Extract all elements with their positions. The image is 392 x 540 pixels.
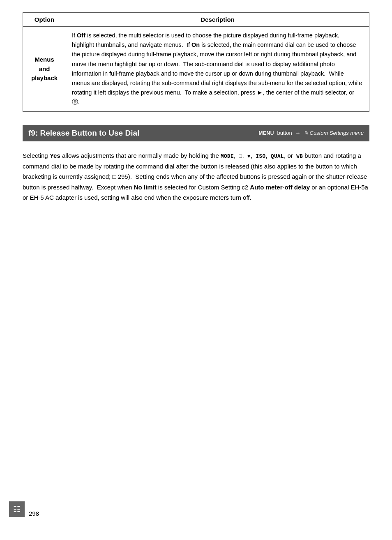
flash-button-label: ▼ bbox=[247, 154, 251, 159]
ev-button-label: □ bbox=[239, 154, 242, 159]
section-title: f9: Release Button to Use Dial bbox=[28, 129, 139, 138]
menu-button-text: button bbox=[276, 130, 292, 136]
table-header-option: Option bbox=[23, 13, 66, 27]
iso-button-label: ISO bbox=[256, 154, 266, 159]
page-container: Option Description Menusandplayback If O… bbox=[0, 0, 392, 233]
mode-button-label: MODE bbox=[221, 154, 234, 159]
description-cell-menus: If Off is selected, the multi selector i… bbox=[66, 27, 369, 112]
section-menu-ref: MENU button → ✎ Custom Settings menu bbox=[148, 130, 364, 136]
menu-arrow-icon: → bbox=[294, 130, 302, 136]
page-number: 298 bbox=[29, 510, 39, 517]
option-cell-menus: Menusandplayback bbox=[23, 27, 66, 112]
table-header-description: Description bbox=[66, 13, 369, 27]
wb-button-label: WB bbox=[296, 154, 303, 159]
body-paragraph-1: Selecting Yes allows adjustments that ar… bbox=[23, 150, 369, 203]
qual-button-label: QUAL bbox=[271, 154, 284, 159]
table-row: Menusandplayback If Off is selected, the… bbox=[23, 27, 369, 112]
section-header: f9: Release Button to Use Dial MENU butt… bbox=[23, 125, 369, 141]
doc-icon-symbol: ☷ bbox=[13, 504, 21, 514]
options-table: Option Description Menusandplayback If O… bbox=[23, 12, 369, 112]
menu-custom-settings: ✎ Custom Settings menu bbox=[304, 130, 364, 136]
menu-keyword: MENU bbox=[259, 130, 274, 136]
doc-icon: ☷ bbox=[9, 501, 25, 517]
